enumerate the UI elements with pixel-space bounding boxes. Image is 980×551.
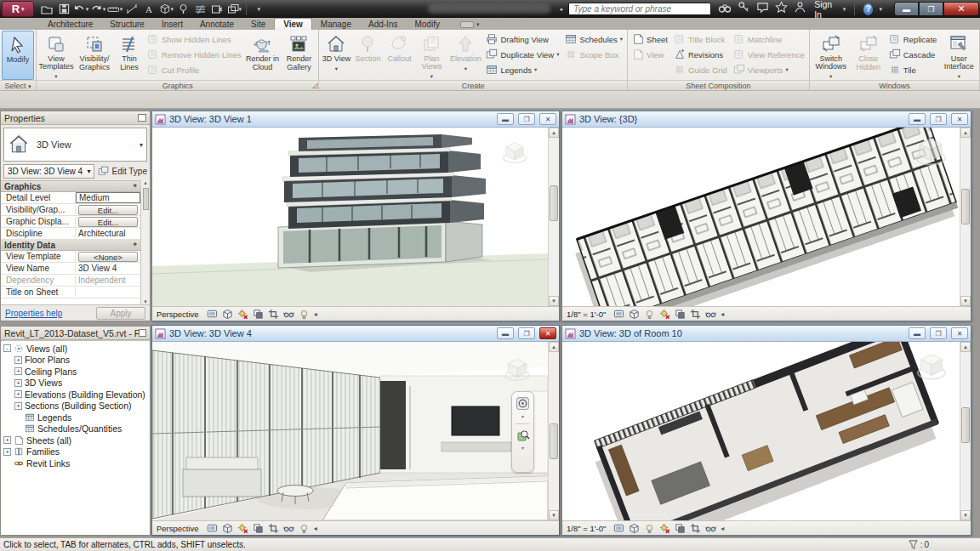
legends-button[interactable]: Legends▾ (483, 63, 561, 77)
project-browser-dock-icon[interactable] (139, 329, 146, 337)
sign-in-dropdown-icon[interactable]: ▾ (843, 6, 846, 13)
property-row[interactable]: Title on Sheet (1, 287, 140, 298)
text-button[interactable]: A (141, 2, 157, 16)
control-bar-collapse-icon[interactable]: ◂ (314, 525, 317, 532)
detail-level-icon[interactable] (613, 523, 624, 534)
search-input[interactable] (568, 3, 711, 15)
tab-structure[interactable]: Structure (101, 19, 153, 30)
switch-windows-button[interactable]: ▾ (226, 2, 242, 16)
remove-hidden-lines-button[interactable]: Remove Hidden Lines (145, 48, 243, 61)
section-header-graphics[interactable]: Graphics⌖ (1, 181, 140, 192)
application-menu-button[interactable]: R▾ (2, 1, 34, 17)
control-bar-collapse-icon[interactable]: ◂ (721, 525, 724, 532)
save-button[interactable] (56, 2, 71, 16)
vertical-scrollbar[interactable]: ▲▼ (548, 342, 559, 520)
project-browser-title-bar[interactable]: Revit_LT_2013-Dataset_V5.rvt - Proje... (1, 327, 150, 340)
reveal-hidden-elements-icon[interactable] (299, 523, 310, 534)
property-row[interactable]: View Template<None> (1, 251, 140, 263)
instance-selector[interactable]: 3D View: 3D View 4▾ (3, 164, 94, 179)
property-row[interactable]: View Name3D View 4 (1, 263, 140, 275)
duplicate-view-button[interactable]: Duplicate View▾ (483, 48, 561, 61)
render-gallery-button[interactable]: Render Gallery (281, 31, 316, 80)
redo-button[interactable]: ▾ (90, 2, 105, 16)
ribbon-display-toggle[interactable]: ▾ (460, 21, 480, 30)
render-in-cloud-button[interactable]: Render in Cloud (244, 31, 280, 80)
edit-type-button[interactable]: Edit Type (98, 166, 147, 177)
scroll-thumb[interactable] (961, 407, 970, 443)
modify-button[interactable]: Modify (2, 31, 34, 80)
reveal-hidden-elements-icon[interactable] (644, 309, 655, 320)
minimize-button[interactable]: ▬ (894, 2, 919, 16)
wheel-dropdown-icon[interactable]: ▾ (521, 413, 524, 419)
properties-dock-icon[interactable] (138, 114, 146, 122)
vertical-scrollbar[interactable]: ▲▼ (548, 128, 559, 306)
view-canvas-exterior-perspective[interactable] (152, 128, 548, 306)
scope-box-button[interactable]: Scope Box (562, 48, 625, 61)
tree-item-floor-plans[interactable]: +Floor Plans (1, 355, 150, 366)
tree-item-families[interactable]: +Families (1, 446, 150, 458)
panel-label-windows[interactable]: Windows (810, 80, 980, 90)
tab-manage[interactable]: Manage (312, 19, 360, 30)
tab-view[interactable]: View (274, 18, 312, 30)
scroll-up-button[interactable]: ▲ (549, 128, 559, 138)
apply-button[interactable]: Apply (96, 307, 145, 320)
user-interface-button[interactable]: User Interface ▾ (940, 31, 977, 80)
graphics-dialog-launcher-icon[interactable]: ◿ (312, 82, 317, 89)
view-restore-button[interactable]: ❐ (518, 327, 535, 339)
plan-views-button[interactable]: Plan Views ▾ (415, 31, 447, 80)
sun-path-icon[interactable] (659, 309, 670, 320)
property-row[interactable]: Visibility/Grap...Edit... (1, 204, 140, 216)
scroll-thumb[interactable] (143, 188, 149, 210)
tab-annotate[interactable]: Annotate (191, 19, 242, 30)
property-row[interactable]: Graphic Displa...Edit... (1, 216, 140, 228)
scroll-thumb[interactable] (961, 189, 970, 224)
scroll-up-button[interactable]: ▲ (549, 342, 559, 352)
scale-button[interactable]: Perspective (157, 310, 199, 319)
show-hidden-lines-button[interactable]: Show Hidden Lines (145, 32, 243, 46)
customize-qat-button[interactable]: ▾ (251, 2, 266, 16)
steering-wheel-icon[interactable] (516, 396, 530, 411)
sun-path-icon[interactable] (237, 309, 248, 320)
view-close-button[interactable]: ✕ (951, 327, 968, 339)
view-close-button[interactable]: ✕ (951, 113, 968, 125)
replicate-button[interactable]: Replicate (886, 32, 940, 46)
callout-button[interactable]: Callout (384, 31, 414, 80)
title-block-button[interactable]: Title Block (671, 32, 730, 46)
view-restore-button[interactable]: ❐ (930, 113, 947, 125)
detail-level-icon[interactable] (613, 309, 624, 320)
control-bar-collapse-icon[interactable]: ◂ (314, 310, 317, 318)
viewcube[interactable] (912, 134, 949, 172)
view-minimize-button[interactable]: ▬ (497, 113, 514, 125)
tab-addins[interactable]: Add-Ins (360, 19, 406, 30)
view-window-3d-of-room-10[interactable]: 3D View: 3D of Room 10 ▬ ❐ ✕ (561, 325, 971, 536)
elevation-button[interactable]: Elevation ▾ (448, 31, 482, 80)
temporary-hide-isolate-icon[interactable] (705, 523, 716, 534)
tree-item-sheets[interactable]: +Sheets (all) (1, 435, 150, 446)
reveal-hidden-elements-icon[interactable] (299, 309, 310, 320)
crop-view-icon[interactable] (690, 523, 701, 534)
view-title-bar[interactable]: 3D View: 3D View 4 ▬ ❐ ✕ (152, 326, 559, 342)
crop-view-icon[interactable] (690, 309, 701, 320)
close-hidden-windows-button[interactable] (209, 2, 225, 16)
properties-scrollbar[interactable]: ▲▼ (140, 180, 150, 304)
undo-button[interactable]: ▾ (73, 2, 88, 16)
tree-item-legends[interactable]: Legends (1, 412, 150, 423)
vertical-scrollbar[interactable]: ▲▼ (960, 128, 971, 306)
viewcube[interactable] (500, 139, 529, 169)
selection-filter-button[interactable]: :0 (908, 539, 929, 550)
scroll-up-button[interactable]: ▲ (960, 342, 971, 352)
close-button[interactable]: ✕ (943, 2, 979, 16)
panel-label-select[interactable]: Select ▾ (0, 80, 36, 90)
graphic-display-edit-button[interactable]: Edit... (78, 217, 138, 227)
view-title-bar[interactable]: 3D View: {3D} ▬ ❐ ✕ (562, 111, 971, 128)
sun-path-icon[interactable] (237, 523, 248, 534)
visibility-edit-button[interactable]: Edit... (78, 205, 138, 215)
section-button[interactable] (175, 2, 191, 16)
sun-path-icon[interactable] (659, 523, 670, 534)
view-window-3d-view-4[interactable]: 3D View: 3D View 4 ▬ ❐ ✕ (151, 325, 560, 536)
matchline-button[interactable]: Matchline (731, 32, 807, 46)
default-3d-view-button[interactable]: ▾ (158, 2, 174, 16)
visual-style-icon[interactable] (222, 309, 233, 320)
reveal-hidden-elements-icon[interactable] (644, 523, 655, 534)
thin-lines-button-ribbon[interactable]: Thin Lines (115, 31, 144, 80)
